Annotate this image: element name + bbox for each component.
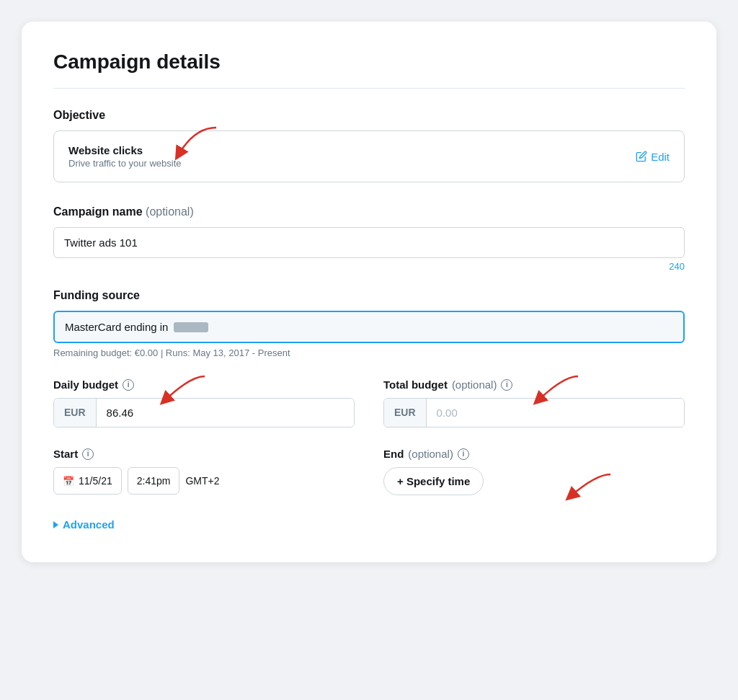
start-col: Start i 📅 11/5/21 2:41pm GMT+2 xyxy=(53,448,355,495)
total-budget-label: Total budget (optional) i xyxy=(383,378,685,391)
objective-section: Objective Website clicks Drive traffic t… xyxy=(53,109,685,182)
campaign-name-label: Campaign name (optional) xyxy=(53,205,685,218)
total-budget-currency: EUR xyxy=(384,399,427,427)
edit-objective-button[interactable]: Edit xyxy=(636,151,670,163)
char-count: 240 xyxy=(53,261,685,272)
total-budget-optional: (optional) xyxy=(452,378,497,391)
total-budget-input-wrapper: EUR xyxy=(383,398,685,427)
total-budget-info-icon[interactable]: i xyxy=(501,379,512,391)
start-date-field[interactable]: 📅 11/5/21 xyxy=(53,467,122,495)
funding-source-text: MasterCard ending in xyxy=(65,321,168,333)
pencil-icon xyxy=(636,151,647,162)
start-time-value: 2:41pm xyxy=(137,475,171,487)
red-arrow-specify-time xyxy=(560,471,618,507)
daily-budget-input[interactable] xyxy=(97,399,354,427)
budget-row: Daily budget i EUR Total budget xyxy=(53,378,685,427)
campaign-name-input[interactable] xyxy=(53,227,685,258)
specify-time-label: + Specify time xyxy=(397,475,470,487)
page-title: Campaign details xyxy=(53,50,685,74)
funding-source-section: Funding source MasterCard ending in Rema… xyxy=(53,289,685,358)
start-date-value: 11/5/21 xyxy=(79,475,112,487)
funding-hint: Remaining budget: €0.00 | Runs: May 13, … xyxy=(53,347,685,358)
end-info-icon[interactable]: i xyxy=(458,448,469,460)
objective-description: Drive traffic to your website xyxy=(68,158,182,169)
start-timezone: GMT+2 xyxy=(185,475,219,487)
start-end-row: Start i 📅 11/5/21 2:41pm GMT+2 xyxy=(53,448,685,495)
objective-box: Website clicks Drive traffic to your web… xyxy=(53,130,685,182)
campaign-details-card: Campaign details Objective Website click… xyxy=(22,22,716,562)
advanced-link[interactable]: Advanced xyxy=(53,518,685,531)
funding-source-label: Funding source xyxy=(53,289,685,302)
funding-source-input[interactable]: MasterCard ending in xyxy=(53,311,685,343)
daily-budget-label: Daily budget i xyxy=(53,378,355,391)
funding-source-masked xyxy=(174,322,208,332)
advanced-label: Advanced xyxy=(63,518,115,531)
objective-content: Website clicks Drive traffic to your web… xyxy=(68,144,182,169)
calendar-icon: 📅 xyxy=(63,476,74,487)
end-optional: (optional) xyxy=(408,448,453,460)
end-col: End (optional) i + Specify time xyxy=(383,448,685,495)
daily-budget-input-wrapper: EUR xyxy=(53,398,355,427)
edit-label: Edit xyxy=(651,151,670,163)
advanced-section: Advanced xyxy=(53,518,685,531)
start-label: Start i xyxy=(53,448,355,460)
divider xyxy=(53,88,685,89)
chevron-right-icon xyxy=(53,521,58,528)
end-label: End (optional) i xyxy=(383,448,685,460)
daily-budget-currency: EUR xyxy=(54,399,97,427)
specify-time-button[interactable]: + Specify time xyxy=(383,467,484,495)
total-budget-input[interactable] xyxy=(427,399,684,427)
start-info-icon[interactable]: i xyxy=(82,448,94,460)
campaign-name-section: Campaign name (optional) 240 xyxy=(53,205,685,272)
objective-title: Website clicks xyxy=(68,144,182,156)
start-fields: 📅 11/5/21 2:41pm GMT+2 xyxy=(53,467,355,495)
daily-budget-info-icon[interactable]: i xyxy=(123,379,134,391)
campaign-name-optional: (optional) xyxy=(146,205,194,218)
objective-label: Objective xyxy=(53,109,685,122)
daily-budget-col: Daily budget i EUR xyxy=(53,378,355,427)
start-time-field[interactable]: 2:41pm xyxy=(128,467,180,495)
total-budget-col: Total budget (optional) i EUR xyxy=(383,378,685,427)
